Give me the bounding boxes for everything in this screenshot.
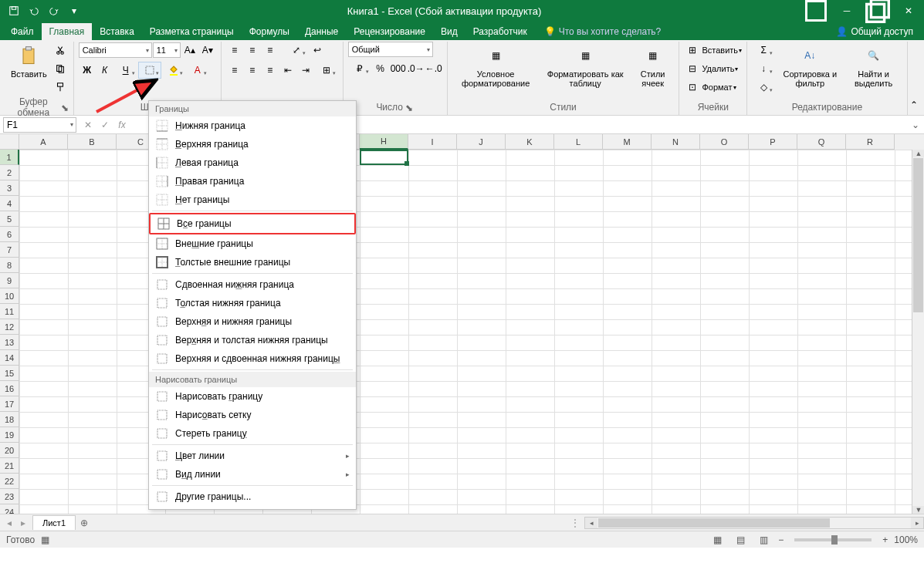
underline-button[interactable]: Ч xyxy=(114,62,137,79)
border-menu-item[interactable]: Верхняя граница xyxy=(149,135,356,153)
conditional-formatting-button[interactable]: ▦Условное форматирование xyxy=(452,42,540,89)
column-header[interactable]: H xyxy=(360,134,408,150)
macro-record-icon[interactable]: ▦ xyxy=(41,534,49,545)
row-header[interactable]: 18 xyxy=(0,412,19,427)
close-button[interactable]: ✕ xyxy=(893,0,924,22)
sheet-tab[interactable]: Лист1 xyxy=(32,515,76,530)
percent-button[interactable]: % xyxy=(372,60,389,77)
column-header[interactable]: M xyxy=(603,134,652,150)
border-menu-item[interactable]: Нарисовать границу xyxy=(149,387,356,406)
align-left-icon[interactable]: ≡ xyxy=(226,62,243,79)
row-header[interactable]: 11 xyxy=(0,304,19,319)
clear-button[interactable]: ◇ xyxy=(752,79,775,96)
autosum-button[interactable]: Σ xyxy=(752,42,775,59)
orientation-icon[interactable]: ⤢ xyxy=(285,42,308,59)
delete-cells-button[interactable]: Удалить xyxy=(702,64,734,73)
undo-button[interactable] xyxy=(25,2,43,20)
row-header[interactable]: 10 xyxy=(0,288,19,304)
cancel-icon[interactable]: ✕ xyxy=(80,116,96,133)
zoom-out-button[interactable]: − xyxy=(778,534,784,545)
borders-button[interactable] xyxy=(138,62,161,79)
column-header[interactable]: L xyxy=(554,134,603,150)
align-center-icon[interactable]: ≡ xyxy=(244,62,261,79)
border-menu-item[interactable]: Верхняя и толстая нижняя границы xyxy=(149,331,356,349)
row-header[interactable]: 7 xyxy=(0,242,19,258)
fx-icon[interactable]: fx xyxy=(113,116,130,133)
collapse-ribbon-icon[interactable]: ⌃ xyxy=(908,96,921,113)
border-menu-item[interactable]: Сдвоенная нижняя граница xyxy=(149,275,356,294)
align-middle-icon[interactable]: ≡ xyxy=(244,42,261,59)
tab-view[interactable]: Вид xyxy=(433,23,465,40)
qat-customize[interactable]: ▾ xyxy=(65,2,83,20)
expand-formula-bar-icon[interactable]: ⌄ xyxy=(907,120,924,130)
row-header[interactable]: 20 xyxy=(0,443,19,458)
decrease-indent-icon[interactable]: ⇤ xyxy=(279,62,296,79)
column-header[interactable]: K xyxy=(506,134,554,150)
tab-page-layout[interactable]: Разметка страницы xyxy=(142,23,242,40)
dialog-launcher-icon[interactable]: ⬊ xyxy=(404,103,414,112)
add-sheet-button[interactable]: ⊕ xyxy=(76,518,93,528)
font-size-combo[interactable]: 11 xyxy=(153,42,181,58)
row-header[interactable]: 19 xyxy=(0,427,19,443)
bold-button[interactable]: Ж xyxy=(79,62,96,79)
sheet-nav-prev[interactable]: ◂ xyxy=(3,518,15,528)
format-cells-button[interactable]: Формат xyxy=(702,83,732,92)
column-header[interactable]: I xyxy=(408,134,457,150)
horizontal-scrollbar[interactable]: ◂▸ xyxy=(584,517,924,529)
copy-button[interactable] xyxy=(52,60,69,77)
column-header[interactable]: O xyxy=(700,134,749,150)
tab-formulas[interactable]: Формулы xyxy=(242,23,297,40)
zoom-slider[interactable] xyxy=(794,538,872,541)
row-header[interactable]: 17 xyxy=(0,396,19,412)
font-color-button[interactable]: A xyxy=(186,62,209,79)
insert-cells-button[interactable]: Вставить xyxy=(702,46,738,55)
tab-data[interactable]: Данные xyxy=(297,23,346,40)
row-header[interactable]: 6 xyxy=(0,227,19,242)
select-all-corner[interactable] xyxy=(0,134,19,150)
border-menu-item[interactable]: Верхняя и сдвоенная нижняя границы xyxy=(149,349,356,368)
row-header[interactable]: 23 xyxy=(0,489,19,504)
column-header[interactable]: J xyxy=(457,134,506,150)
align-right-icon[interactable]: ≡ xyxy=(262,62,279,79)
wrap-text-icon[interactable]: ↩ xyxy=(309,42,326,59)
enter-icon[interactable]: ✓ xyxy=(96,116,113,133)
border-menu-item[interactable]: Правая граница xyxy=(149,172,356,191)
find-select-button[interactable]: 🔍Найти и выделить xyxy=(845,42,902,89)
normal-view-icon[interactable]: ▦ xyxy=(709,533,726,547)
border-menu-item[interactable]: Нарисовать сетку xyxy=(149,406,356,424)
align-bottom-icon[interactable]: ≡ xyxy=(262,42,279,59)
row-header[interactable]: 15 xyxy=(0,366,19,381)
border-menu-item[interactable]: Нет границы xyxy=(149,191,356,209)
maximize-button[interactable] xyxy=(862,0,893,22)
save-button[interactable] xyxy=(5,2,23,20)
fill-button[interactable]: ↓ xyxy=(752,60,775,77)
border-menu-item[interactable]: Толстая нижняя граница xyxy=(149,294,356,312)
border-menu-item[interactable]: Стереть границу xyxy=(149,424,356,443)
cell-styles-button[interactable]: ▦Стили ячеек xyxy=(631,42,675,89)
tab-file[interactable]: Файл xyxy=(3,23,42,40)
border-menu-item[interactable]: Все границы xyxy=(149,213,356,234)
tab-developer[interactable]: Разработчик xyxy=(465,23,535,40)
cut-button[interactable] xyxy=(52,42,69,59)
increase-indent-icon[interactable]: ⇥ xyxy=(297,62,314,79)
format-painter-button[interactable] xyxy=(52,79,69,96)
column-header[interactable]: N xyxy=(652,134,700,150)
vertical-scrollbar[interactable]: ▲▼ xyxy=(912,150,924,514)
row-header[interactable]: 4 xyxy=(0,196,19,211)
column-header[interactable]: B xyxy=(68,134,117,150)
row-header[interactable]: 3 xyxy=(0,180,19,196)
currency-button[interactable]: ₽ xyxy=(348,60,371,77)
row-header[interactable]: 13 xyxy=(0,335,19,350)
page-layout-view-icon[interactable]: ▤ xyxy=(732,533,749,547)
ribbon-options-icon[interactable] xyxy=(800,0,831,22)
sheet-nav-next[interactable]: ▸ xyxy=(17,518,29,528)
row-header[interactable]: 24 xyxy=(0,504,19,514)
border-menu-item[interactable]: Толстые внешние границы xyxy=(149,253,356,271)
redo-button[interactable] xyxy=(45,2,63,20)
decrease-decimal-icon[interactable]: ←.0 xyxy=(425,60,442,77)
row-header[interactable]: 8 xyxy=(0,258,19,273)
merge-button[interactable]: ⊞ xyxy=(315,62,338,79)
tab-home[interactable]: Главная xyxy=(42,23,93,40)
border-menu-item[interactable]: Нижняя граница xyxy=(149,116,356,135)
column-header[interactable]: Q xyxy=(797,134,846,150)
